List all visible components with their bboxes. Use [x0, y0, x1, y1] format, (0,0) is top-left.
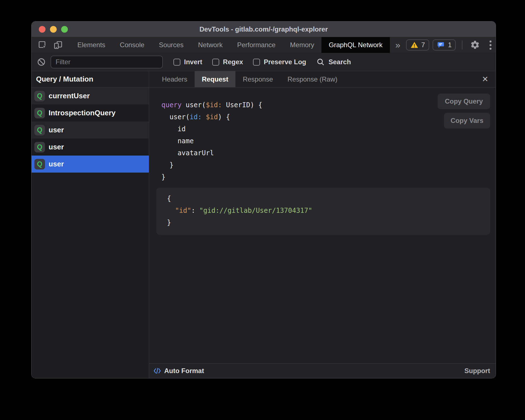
code-brackets-icon	[153, 367, 161, 375]
detail-tabs: HeadersRequestResponseResponse (Raw)	[155, 71, 345, 87]
variables-code-line: {	[167, 193, 479, 205]
regex-label: Regex	[223, 58, 243, 66]
network-filter-bar: InvertRegexPreserve Log Search	[32, 53, 496, 71]
request-code-line: avatarUrl	[161, 147, 490, 159]
devtools-tabstrip: ElementsConsoleSourcesNetworkPerformance…	[70, 37, 390, 53]
search-icon	[316, 58, 325, 66]
query-variables-box: { "id": "gid://gitlab/User/13704317"}	[156, 188, 490, 235]
auto-format-button[interactable]: Auto Format	[153, 367, 204, 375]
copy-query-button[interactable]: Copy Query	[438, 94, 490, 109]
search-label: Search	[328, 58, 351, 66]
search-toggle[interactable]: Search	[316, 58, 351, 66]
devtools-toolbar: ElementsConsoleSourcesNetworkPerformance…	[32, 37, 496, 53]
message-bubble-icon	[437, 41, 445, 49]
more-options-kebab-icon[interactable]	[485, 40, 496, 50]
copy-buttons: Copy Query Copy Vars	[438, 94, 490, 128]
query-list-item-currentuser-0[interactable]: QcurrentUser	[32, 87, 149, 104]
query-list: QcurrentUserQIntrospectionQueryQuserQuse…	[32, 87, 149, 173]
detail-tab-response-raw[interactable]: Response (Raw)	[280, 71, 345, 87]
regex-checkbox[interactable]	[212, 59, 219, 66]
warning-count: 7	[421, 41, 425, 49]
copy-vars-button[interactable]: Copy Vars	[444, 113, 490, 128]
window-titlebar: DevTools - gitlab.com/-/graphql-explorer	[32, 22, 496, 37]
request-tab-body: query user($id: UserID) { user(id: $id) …	[149, 87, 496, 363]
query-list-item-user-4[interactable]: Quser	[32, 156, 149, 173]
clear-log-icon[interactable]	[37, 57, 46, 67]
query-list-item-user-2[interactable]: Quser	[32, 121, 149, 139]
devtools-window: DevTools - gitlab.com/-/graphql-explorer	[32, 22, 496, 378]
variables-code-line: }	[167, 217, 479, 229]
devtools-tab-memory[interactable]: Memory	[283, 37, 322, 53]
filter-option-regex[interactable]: Regex	[212, 58, 243, 66]
devtools-tab-console[interactable]: Console	[113, 37, 152, 53]
variables-code-line: "id": "gid://gitlab/User/13704317"	[167, 205, 479, 217]
minimize-window-button[interactable]	[50, 26, 57, 33]
settings-gear-icon[interactable]	[469, 39, 481, 51]
query-type-badge: Q	[34, 159, 45, 170]
preserve-log-checkbox[interactable]	[253, 59, 260, 66]
devtools-tab-sources[interactable]: Sources	[152, 37, 191, 53]
query-list-panel: Query / Mutation QcurrentUserQIntrospect…	[32, 71, 149, 378]
filter-option-invert[interactable]: Invert	[173, 58, 202, 66]
close-detail-icon[interactable]: ✕	[482, 71, 496, 87]
filter-option-preserve-log[interactable]: Preserve Log	[253, 58, 306, 66]
zoom-window-button[interactable]	[61, 26, 68, 33]
warning-triangle-icon	[410, 41, 419, 49]
traffic-lights	[39, 26, 68, 33]
auto-format-label: Auto Format	[164, 367, 204, 375]
toolbar-separator	[462, 40, 462, 49]
query-name: user	[49, 126, 64, 134]
query-name: IntrospectionQuery	[49, 109, 116, 117]
toolbar-right-group: 7 1	[406, 37, 496, 53]
detail-footer-bar: Auto Format Support	[149, 363, 496, 378]
devtools-tab-graphql-network[interactable]: GraphQL Network	[321, 37, 390, 53]
query-type-badge: Q	[34, 125, 45, 135]
inspect-element-icon[interactable]	[36, 39, 49, 51]
toolbar-icon-group	[32, 37, 65, 53]
query-type-badge: Q	[34, 108, 45, 118]
filter-input[interactable]	[51, 56, 163, 68]
window-title: DevTools - gitlab.com/-/graphql-explorer	[32, 25, 496, 33]
main-content: Query / Mutation QcurrentUserQIntrospect…	[32, 71, 496, 378]
desktop-background: DevTools - gitlab.com/-/graphql-explorer	[0, 0, 525, 420]
request-code-line: name	[161, 135, 490, 147]
detail-tabbar: HeadersRequestResponseResponse (Raw) ✕	[149, 71, 496, 87]
devtools-tab-elements[interactable]: Elements	[70, 37, 113, 53]
invert-label: Invert	[184, 58, 202, 66]
close-window-button[interactable]	[39, 26, 46, 33]
request-code-line: }	[161, 159, 490, 171]
query-list-item-user-3[interactable]: Quser	[32, 139, 149, 156]
filter-options: InvertRegexPreserve Log	[173, 58, 306, 66]
request-detail-panel: HeadersRequestResponseResponse (Raw) ✕ q…	[149, 71, 496, 378]
devtools-tab-performance[interactable]: Performance	[230, 37, 283, 53]
query-variables-code: { "id": "gid://gitlab/User/13704317"}	[167, 193, 479, 229]
issues-badge[interactable]: 1	[433, 39, 456, 51]
detail-tab-response[interactable]: Response	[235, 71, 280, 87]
support-link[interactable]: Support	[464, 367, 490, 375]
query-type-badge: Q	[34, 91, 45, 101]
issues-count: 1	[448, 41, 452, 49]
query-list-header: Query / Mutation	[32, 71, 149, 87]
warnings-badge[interactable]: 7	[406, 39, 429, 51]
request-code-line: }	[161, 171, 490, 183]
query-name: currentUser	[49, 92, 90, 100]
invert-checkbox[interactable]	[173, 59, 180, 66]
device-toolbar-icon[interactable]	[52, 39, 65, 51]
query-list-empty-area	[32, 173, 149, 378]
preserve-log-label: Preserve Log	[264, 58, 306, 66]
detail-tab-request[interactable]: Request	[195, 71, 236, 87]
detail-tab-headers[interactable]: Headers	[155, 71, 195, 87]
query-type-badge: Q	[34, 142, 45, 152]
query-name: user	[49, 160, 64, 168]
query-name: user	[49, 143, 64, 151]
devtools-tab-network[interactable]: Network	[191, 37, 230, 53]
more-tabs-chevron[interactable]: »	[390, 37, 406, 53]
query-list-item-introspectionquery-1[interactable]: QIntrospectionQuery	[32, 104, 149, 121]
